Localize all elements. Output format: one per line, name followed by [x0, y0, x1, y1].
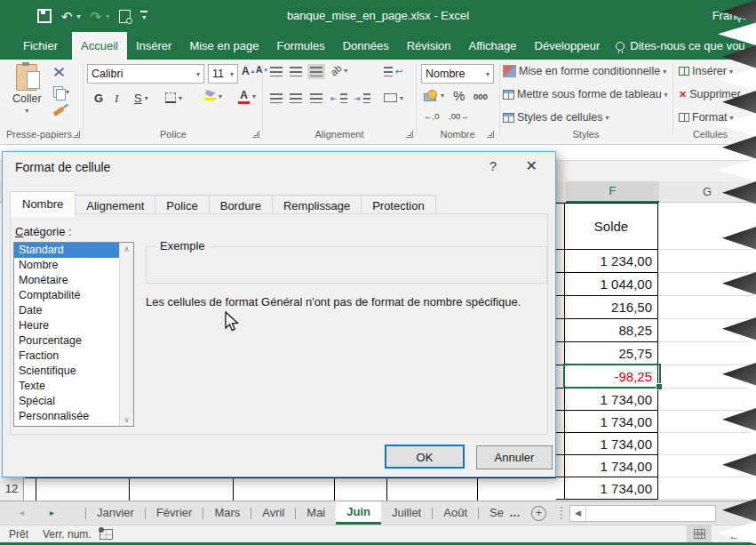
table-row[interactable]: 1 234,00 — [556, 250, 756, 273]
font-size-dropdown-icon[interactable]: ▾ — [230, 70, 234, 78]
tab-formules[interactable]: Formules — [267, 32, 333, 60]
user-account[interactable]: Françoi — [712, 0, 751, 32]
cell-g[interactable] — [658, 319, 756, 342]
cell-f[interactable]: 1 044,00 — [565, 273, 658, 296]
cell-g[interactable] — [658, 455, 756, 477]
alignement-dialog-launcher[interactable] — [406, 131, 413, 138]
add-sheet-button[interactable]: + — [531, 506, 546, 521]
increase-indent-button[interactable]: ⇥ — [354, 93, 370, 103]
table-row[interactable]: 1 734,00 — [556, 477, 756, 500]
align-right-button[interactable] — [310, 93, 322, 103]
table-row[interactable]: 1 044,00 — [556, 273, 756, 296]
category-item-heure[interactable]: Heure — [14, 318, 133, 333]
table-row[interactable]: 25,75 — [556, 342, 756, 365]
category-item-date[interactable]: Date — [14, 303, 133, 318]
view-normal-button[interactable] — [687, 525, 712, 542]
fill-color-dropdown[interactable]: ▾ — [219, 92, 222, 100]
currency-caret-icon[interactable]: ▾ — [441, 92, 444, 100]
bold-button[interactable]: G — [94, 92, 103, 105]
sheet-tab-mars[interactable]: Mars — [203, 501, 251, 525]
orientation-button[interactable]: ab▾ — [330, 65, 347, 76]
category-item-special[interactable]: Spécial — [14, 394, 133, 409]
format-as-table-button[interactable]: Mettre sous forme de tableau ▾ — [503, 88, 668, 100]
tab-inserer[interactable]: Insérer — [127, 32, 180, 60]
scroll-down-icon[interactable]: ∨ — [120, 415, 133, 424]
sheet-tab-janvier[interactable]: Janvier — [86, 501, 145, 525]
align-top-button[interactable] — [270, 67, 283, 76]
align-center-button[interactable] — [290, 93, 302, 103]
insert-cells-button[interactable]: Insérer ▾ — [679, 65, 733, 77]
merge-center-button[interactable]: ▾ — [384, 93, 403, 102]
tab-donnees[interactable]: Données — [334, 32, 398, 60]
cell-g[interactable] — [658, 296, 756, 319]
number-format-combo[interactable]: Nombre ▾ — [421, 64, 494, 84]
category-item-fraction[interactable]: Fraction — [14, 349, 133, 364]
horizontal-scrollbar[interactable]: ◀ — [569, 505, 716, 522]
cell-g[interactable] — [658, 342, 756, 365]
table-row[interactable]: 1 734,00 — [556, 455, 756, 477]
category-item-pourcentage[interactable]: Pourcentage — [14, 333, 133, 349]
borders-dropdown-icon[interactable]: ▾ — [179, 94, 182, 102]
sheet-tab-mai[interactable]: Mai — [296, 501, 336, 525]
tab-scroll-splitter[interactable] — [561, 507, 562, 519]
merge-caret-icon[interactable]: ▾ — [400, 94, 403, 102]
align-bottom-button[interactable] — [310, 67, 322, 76]
category-item-scientifique[interactable]: Scientifique — [14, 364, 133, 379]
presse-papiers-dialog-launcher[interactable] — [73, 131, 80, 138]
sheet-tab-fevrier[interactable]: Février — [146, 501, 203, 525]
copy-dropdown-icon[interactable]: ▾ — [66, 88, 69, 96]
cell-f[interactable]: 1 734,00 — [565, 433, 658, 455]
cell-f[interactable]: 1 734,00 — [565, 455, 658, 477]
scroll-left-icon[interactable]: ◀ — [570, 506, 586, 521]
dialog-close-icon[interactable]: ✕ — [526, 157, 537, 174]
category-listbox[interactable]: Standard Nombre Monétaire Comptabilité D… — [13, 242, 134, 427]
table-row[interactable]: Solde — [556, 203, 756, 250]
cell-f[interactable]: 1 734,00 — [565, 411, 658, 433]
cancel-button[interactable]: Annuler — [476, 445, 553, 469]
category-item-standard[interactable]: Standard — [14, 243, 133, 258]
number-format-caret-icon[interactable]: ▾ — [486, 70, 489, 78]
percent-button[interactable]: % — [453, 88, 465, 103]
copy-button[interactable]: ▾ — [53, 86, 69, 98]
cell-g[interactable] — [658, 389, 756, 411]
tab-accueil[interactable]: Accueil — [72, 32, 127, 60]
increase-decimal-button[interactable]: ←,0 — [424, 111, 439, 121]
table-row[interactable]: 1 734,00 — [556, 433, 756, 455]
tab-mise-en-page[interactable]: Mise en page — [180, 32, 267, 60]
borders-button[interactable]: ▾ — [165, 92, 182, 103]
format-cells-button[interactable]: Format ▾ — [679, 111, 734, 124]
table-row[interactable]: 1 734,00 — [556, 411, 756, 433]
category-item-comptabilite[interactable]: Comptabilité — [14, 288, 133, 303]
more-sheets-indicator[interactable]: … — [505, 501, 524, 525]
orientation-caret-icon[interactable]: ▾ — [344, 67, 347, 75]
underline-button[interactable]: S▾ — [134, 92, 148, 105]
category-item-monetaire[interactable]: Monétaire — [14, 273, 133, 288]
tab-fichier[interactable]: Fichier — [9, 32, 72, 60]
record-macro-icon[interactable] — [99, 529, 113, 540]
sheet-nav-right-icon[interactable]: ▸ — [50, 501, 54, 525]
thousands-separator-button[interactable]: 000 — [473, 92, 488, 101]
cell-f[interactable]: 1 734,00 — [565, 389, 658, 411]
dialog-tab-nombre[interactable]: Nombre — [10, 191, 76, 217]
cell-g[interactable] — [658, 411, 756, 433]
tab-affichage[interactable]: Affichage — [460, 32, 526, 60]
category-item-nombre[interactable]: Nombre — [14, 258, 133, 273]
format-painter-button[interactable] — [53, 109, 64, 114]
sheet-tab-avril[interactable]: Avril — [251, 501, 295, 525]
align-left-button[interactable] — [270, 93, 283, 103]
cell-g[interactable] — [658, 365, 756, 389]
paste-button[interactable]: Coller ▾ — [12, 64, 42, 115]
grow-font-button[interactable]: A▴ — [242, 66, 254, 76]
column-header-f[interactable]: F — [566, 181, 659, 203]
cell-g[interactable] — [658, 273, 756, 296]
cut-button[interactable] — [53, 67, 65, 78]
cell-f[interactable]: 88,25 — [565, 319, 658, 342]
cell-f[interactable]: 216,50 — [565, 296, 658, 319]
tab-revision[interactable]: Révision — [398, 32, 460, 60]
align-middle-button[interactable] — [290, 67, 302, 76]
conditional-formatting-button[interactable]: Mise en forme conditionnelle ▾ — [503, 65, 666, 77]
underline-dropdown-icon[interactable]: ▾ — [145, 94, 148, 102]
category-item-personnalisee[interactable]: Personnalisée — [14, 409, 133, 424]
table-row[interactable]: 88,25 — [556, 319, 756, 342]
accounting-format-button[interactable]: ▾ — [424, 90, 444, 100]
